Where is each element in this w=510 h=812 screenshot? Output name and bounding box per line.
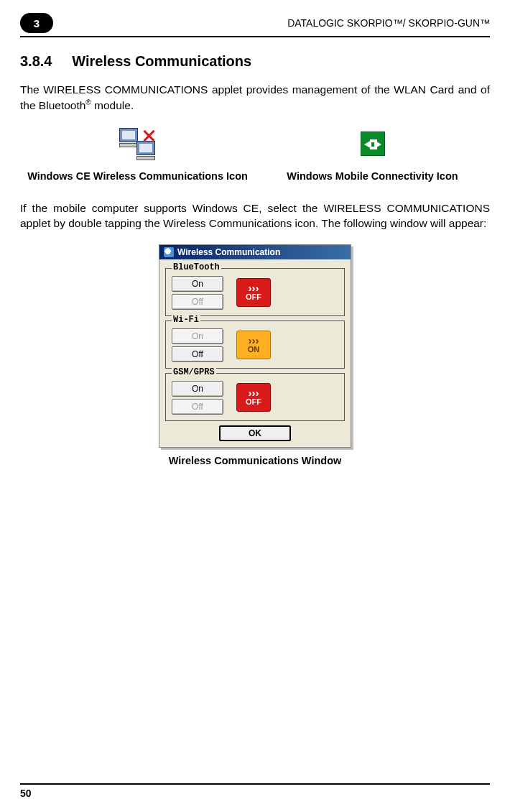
bluetooth-status-badge: ››› OFF [236, 278, 271, 307]
gsm-off-button[interactable]: Off [172, 399, 223, 415]
ok-button[interactable]: OK [219, 425, 291, 441]
disconnected-x-icon [142, 129, 155, 142]
group-label-gsm: GSM/GPRS [172, 367, 216, 377]
titlebar-app-icon [164, 247, 174, 257]
header-title: DATALOGIC SKORPIO™/ SKORPIO-GUN™ [62, 17, 490, 29]
intro-text-b: module. [91, 99, 134, 111]
ce-icon-cell [20, 126, 255, 161]
icon-row [20, 126, 490, 161]
wireless-communication-window: Wireless Communication BlueTooth On Off … [159, 244, 351, 448]
body-paragraph-2: If the mobile computer supports Windows … [20, 201, 490, 231]
bluetooth-off-button[interactable]: Off [172, 294, 223, 310]
window-caption: Wireless Communications Window [20, 455, 490, 466]
icon-caption-row: Windows CE Wireless Communications Icon … [20, 170, 490, 183]
page-header: 3 DATALOGIC SKORPIO™/ SKORPIO-GUN™ [20, 13, 490, 37]
wm-icon-caption: Windows Mobile Connectivity Icon [255, 170, 490, 183]
wm-icon-cell [255, 132, 490, 156]
windows-mobile-connectivity-icon [361, 132, 385, 156]
section-number: 3.8.4 [20, 53, 52, 69]
gsm-status-badge: ››› OFF [236, 383, 271, 412]
section-heading: 3.8.4 Wireless Communications [20, 53, 490, 70]
wifi-status-badge: ››› ON [236, 331, 271, 359]
wifi-on-button[interactable]: On [172, 328, 223, 344]
page-number: 50 [20, 788, 32, 799]
group-bluetooth: BlueTooth On Off ››› OFF [165, 268, 345, 316]
window-body: BlueTooth On Off ››› OFF Wi-Fi On Off ››… [159, 259, 351, 447]
signal-waves-icon: ››› [249, 389, 259, 397]
wifi-off-button[interactable]: Off [172, 346, 223, 362]
chapter-number: 3 [20, 13, 53, 33]
wifi-status-text: ON [248, 345, 260, 354]
registered-mark: ® [85, 98, 91, 106]
ce-icon-caption: Windows CE Wireless Communications Icon [20, 170, 255, 183]
bluetooth-status-text: OFF [246, 292, 261, 301]
gsm-status-text: OFF [246, 397, 261, 406]
group-wifi: Wi-Fi On Off ››› ON [165, 320, 345, 369]
group-gsm: GSM/GPRS On Off ››› OFF [165, 373, 345, 421]
section-title: Wireless Communications [72, 53, 251, 69]
group-label-wifi: Wi-Fi [172, 315, 200, 325]
signal-waves-icon: ››› [249, 284, 259, 292]
windows-ce-wireless-icon [116, 126, 159, 161]
group-label-bluetooth: BlueTooth [172, 262, 221, 272]
gsm-on-button[interactable]: On [172, 381, 223, 397]
page-footer: 50 [20, 783, 490, 799]
bluetooth-on-button[interactable]: On [172, 276, 223, 292]
signal-waves-icon: ››› [249, 336, 259, 345]
window-titlebar: Wireless Communication [159, 245, 351, 259]
intro-paragraph: The WIRELESS COMMUNICATIONS applet provi… [20, 83, 490, 114]
window-title: Wireless Communication [177, 247, 280, 257]
